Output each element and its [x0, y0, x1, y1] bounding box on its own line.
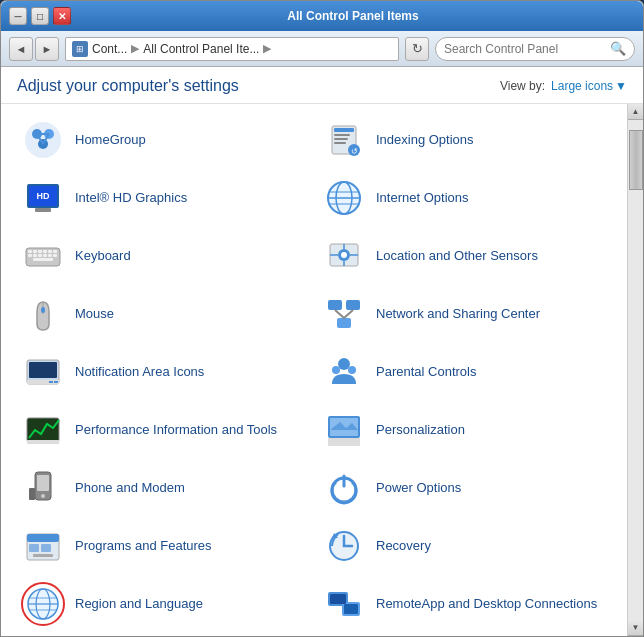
path-arrow-2: ▶ — [263, 42, 271, 55]
search-input[interactable] — [444, 42, 606, 56]
power-options-icon — [322, 466, 366, 510]
svg-rect-29 — [53, 250, 57, 253]
scrollbar[interactable]: ▲ ▼ — [627, 104, 643, 636]
item-notification-icons[interactable]: Notification Area Icons — [13, 344, 314, 400]
item-recovery[interactable]: Recovery — [314, 518, 615, 574]
personalization-icon — [322, 408, 366, 452]
minimize-button[interactable]: ─ — [9, 7, 27, 25]
svg-rect-65 — [37, 475, 49, 491]
indexing-options-label: Indexing Options — [376, 132, 474, 149]
window-controls: ─ □ ✕ — [9, 7, 71, 25]
item-keyboard[interactable]: Keyboard — [13, 228, 314, 284]
item-power-options[interactable]: Power Options — [314, 460, 615, 516]
svg-text:↺: ↺ — [351, 147, 358, 156]
intel-hd-icon: HD — [21, 176, 65, 220]
scroll-thumb[interactable] — [629, 130, 643, 190]
remoteapp-label: RemoteApp and Desktop Connections — [376, 596, 597, 613]
svg-rect-73 — [41, 544, 51, 552]
item-sound[interactable]: Sound — [13, 634, 314, 636]
svg-rect-26 — [38, 250, 42, 253]
items-container: HomeGroup ↺ Indexin — [1, 104, 643, 636]
svg-rect-10 — [334, 138, 348, 140]
item-performance[interactable]: Performance Information and Tools — [13, 402, 314, 458]
scroll-track — [628, 120, 643, 620]
network-sharing-icon — [322, 292, 366, 336]
back-button[interactable]: ◄ — [9, 37, 33, 61]
svg-rect-34 — [48, 254, 52, 257]
svg-rect-84 — [330, 594, 346, 604]
svg-line-50 — [344, 310, 353, 318]
item-parental-controls[interactable]: Parental Controls — [314, 344, 615, 400]
control-panel-window: ─ □ ✕ All Control Panel Items ◄ ► ⊞ Cont… — [0, 0, 644, 637]
title-bar: ─ □ ✕ All Control Panel Items — [1, 1, 643, 31]
item-network-sharing[interactable]: Network and Sharing Center — [314, 286, 615, 342]
svg-rect-85 — [344, 604, 358, 614]
recovery-label: Recovery — [376, 538, 431, 555]
phone-modem-label: Phone and Modem — [75, 480, 185, 497]
svg-rect-55 — [54, 381, 58, 383]
address-bar: ◄ ► ⊞ Cont... ▶ All Control Panel Ite...… — [1, 31, 643, 67]
item-speech-recognition[interactable]: Speech Recognition — [314, 634, 615, 636]
programs-features-icon — [21, 524, 65, 568]
keyboard-icon — [21, 234, 65, 278]
path-icon: ⊞ — [72, 41, 88, 57]
item-region-language[interactable]: Region and Language — [13, 576, 314, 632]
item-programs-features[interactable]: Programs and Features — [13, 518, 314, 574]
path-segment-2: All Control Panel Ite... — [143, 42, 259, 56]
content-header: Adjust your computer's settings View by:… — [1, 67, 643, 104]
refresh-button[interactable]: ↻ — [405, 37, 429, 61]
items-grid: HomeGroup ↺ Indexin — [1, 104, 627, 636]
view-by-control: View by: Large icons ▼ — [500, 79, 627, 93]
close-button[interactable]: ✕ — [53, 7, 71, 25]
maximize-button[interactable]: □ — [31, 7, 49, 25]
svg-rect-8 — [334, 128, 354, 132]
svg-rect-36 — [33, 258, 53, 261]
item-location-sensors[interactable]: Location and Other Sensors — [314, 228, 615, 284]
svg-line-49 — [335, 310, 344, 318]
svg-rect-25 — [33, 250, 37, 253]
svg-point-56 — [338, 358, 350, 370]
item-indexing-options[interactable]: ↺ Indexing Options — [314, 112, 615, 168]
network-sharing-label: Network and Sharing Center — [376, 306, 540, 323]
address-path[interactable]: ⊞ Cont... ▶ All Control Panel Ite... ▶ — [65, 37, 399, 61]
item-intel-hd[interactable]: HD Intel® HD Graphics — [13, 170, 314, 226]
window-title: All Control Panel Items — [71, 9, 635, 23]
item-remoteapp[interactable]: RemoteApp and Desktop Connections — [314, 576, 615, 632]
viewby-option[interactable]: Large icons ▼ — [551, 79, 627, 93]
svg-rect-54 — [49, 381, 53, 383]
svg-rect-31 — [33, 254, 37, 257]
item-internet-options[interactable]: Internet Options — [314, 170, 615, 226]
svg-point-66 — [41, 494, 45, 498]
parental-controls-label: Parental Controls — [376, 364, 476, 381]
path-arrow-1: ▶ — [131, 42, 139, 55]
remoteapp-icon — [322, 582, 366, 626]
power-options-label: Power Options — [376, 480, 461, 497]
nav-buttons: ◄ ► — [9, 37, 59, 61]
item-personalization[interactable]: Personalization — [314, 402, 615, 458]
svg-rect-52 — [29, 362, 57, 378]
path-segment-1: Cont... — [92, 42, 127, 56]
svg-rect-48 — [337, 318, 351, 328]
search-box[interactable]: 🔍 — [435, 37, 635, 61]
region-language-label: Region and Language — [75, 596, 203, 613]
svg-rect-35 — [53, 254, 57, 257]
svg-point-39 — [341, 252, 347, 258]
programs-features-label: Programs and Features — [75, 538, 212, 555]
svg-rect-33 — [43, 254, 47, 257]
svg-point-45 — [41, 307, 45, 313]
intel-hd-label: Intel® HD Graphics — [75, 190, 187, 207]
svg-rect-72 — [29, 544, 39, 552]
item-homegroup[interactable]: HomeGroup — [13, 112, 314, 168]
phone-modem-icon — [21, 466, 65, 510]
item-mouse[interactable]: Mouse — [13, 286, 314, 342]
scroll-down-button[interactable]: ▼ — [628, 620, 644, 636]
forward-button[interactable]: ► — [35, 37, 59, 61]
svg-rect-67 — [29, 488, 35, 500]
mouse-label: Mouse — [75, 306, 114, 323]
location-sensors-label: Location and Other Sensors — [376, 248, 538, 265]
indexing-options-icon: ↺ — [322, 118, 366, 162]
svg-rect-17 — [35, 208, 51, 212]
item-phone-modem[interactable]: Phone and Modem — [13, 460, 314, 516]
scroll-up-button[interactable]: ▲ — [628, 104, 644, 120]
svg-rect-71 — [27, 534, 59, 542]
